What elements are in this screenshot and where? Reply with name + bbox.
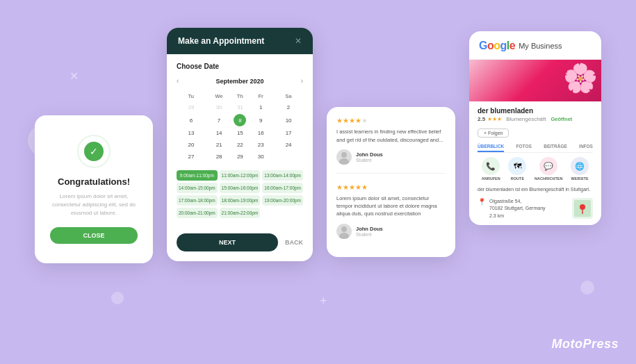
appointment-title: Make an Appointment	[178, 36, 264, 46]
cal-day[interactable]: 27	[178, 151, 204, 162]
time-slots-grid: 9:00am-11:00pm 11:00am-12:00pm 13:00am-1…	[177, 170, 303, 218]
time-slot[interactable]: 19:00am-20:00pm	[262, 195, 303, 206]
time-slot[interactable]: 9:00am-11:00pm	[177, 170, 218, 181]
review-author-1: John Dous Student	[336, 149, 446, 165]
nachrichten-label: NACHRICHTEN	[535, 176, 562, 181]
cal-day[interactable]: 23	[247, 140, 274, 150]
day-header-tu: Tu	[178, 92, 204, 101]
cal-day[interactable]: 17	[275, 128, 302, 138]
author-role-1: Student	[356, 158, 383, 163]
cal-day[interactable]: 7	[206, 114, 233, 126]
cal-day[interactable]	[275, 151, 302, 162]
gmb-description: der blumenladen ist ein Blumengeschäft i…	[478, 186, 593, 194]
cal-day[interactable]: 29	[178, 102, 204, 113]
open-status: Geöffnet	[551, 116, 573, 122]
gmb-actions: 📞 ANRUFEN 🗺 ROUTE 💬 NACHRICHTEN 🌐 WEBSIT…	[478, 157, 593, 181]
choose-date-label: Choose Date	[177, 63, 303, 70]
rating-number: 2.5	[478, 116, 485, 122]
action-anrufen[interactable]: 📞 ANRUFEN	[482, 157, 500, 181]
map-pin-icon: 📍	[478, 198, 486, 206]
tab-fotos[interactable]: FOTOS	[516, 142, 532, 152]
time-slot[interactable]: 17:00am-18:00pm	[177, 195, 218, 206]
back-button[interactable]: BACK	[285, 233, 303, 251]
appointment-card: Make an Appointment ✕ Choose Date ‹ Sept…	[167, 28, 313, 261]
congrats-close-button[interactable]: CLOSE	[50, 227, 138, 244]
svg-point-3	[339, 233, 349, 239]
route-icon: 🗺	[508, 157, 526, 175]
review-item-2: ★★★★★ Lorem ipsum dolor sit amet, consec…	[336, 183, 446, 247]
tab-beitrage[interactable]: BEITRÄGE	[544, 142, 567, 152]
action-nachrichten[interactable]: 💬 NACHRICHTEN	[535, 157, 562, 181]
appointment-header: Make an Appointment ✕	[167, 28, 313, 54]
category-label: Blumengeschäft	[506, 116, 546, 122]
review-stars-1: ★★★★★	[336, 117, 446, 124]
cal-day[interactable]: 9	[247, 114, 274, 126]
cal-day[interactable]: 22	[234, 140, 246, 150]
cal-day[interactable]: 6	[178, 114, 204, 126]
calendar-month: September 2020	[215, 78, 263, 85]
congrats-text: Lorem ipsum dolor sit amet, consectetur …	[50, 192, 138, 217]
day-header-th: Th	[234, 92, 246, 101]
cal-day-today[interactable]: 8	[234, 114, 246, 126]
review-author-2: John Dous Student	[336, 224, 446, 239]
message-icon: 💬	[539, 157, 557, 175]
close-icon[interactable]: ✕	[295, 36, 302, 46]
time-slot[interactable]: 15:00am-16:00pm	[220, 183, 261, 193]
avatar-1	[336, 149, 352, 165]
gmb-card: Google My Business 🌸 der blumenladen 2.5…	[469, 31, 601, 225]
tab-uberblick[interactable]: ÜBERBLICK	[478, 142, 504, 152]
svg-point-1	[339, 158, 349, 165]
cal-day[interactable]: 15	[234, 128, 246, 138]
calendar-header: ‹ September 2020 ›	[177, 77, 303, 85]
action-website[interactable]: 🌐 WEBSITE	[571, 157, 589, 181]
time-slot[interactable]: 11:00am-12:00pm	[220, 170, 261, 181]
next-button[interactable]: NEXT	[177, 233, 278, 251]
author-role-2: Student	[356, 232, 383, 237]
cal-day[interactable]: 10	[275, 114, 302, 126]
cal-day[interactable]: 30	[247, 151, 274, 162]
anrufen-label: ANRUFEN	[482, 176, 500, 181]
check-icon: ✓	[84, 142, 104, 161]
cal-day[interactable]: 24	[275, 140, 302, 150]
time-slot[interactable]: 14:00am-15:00pm	[177, 183, 218, 193]
motopress-brand: MotoPress	[551, 337, 619, 351]
next-month-button[interactable]: ›	[301, 77, 303, 85]
cal-day[interactable]: 31	[234, 102, 246, 113]
svg-point-0	[341, 152, 347, 158]
cal-day[interactable]: 21	[206, 140, 233, 150]
cal-day[interactable]: 28	[206, 151, 233, 162]
google-logo-text: Google	[479, 40, 515, 52]
cal-day[interactable]: 2	[275, 102, 302, 113]
follow-button[interactable]: + Folgen	[478, 129, 509, 138]
svg-point-6	[580, 204, 585, 210]
gmb-tabs: ÜBERBLICK FOTOS BEITRÄGE INFOS	[478, 142, 593, 153]
rating-row: 2.5 ★★★ Blumengeschäft Geöffnet	[478, 116, 593, 122]
congrats-icon-wrapper: ✓	[77, 135, 111, 168]
congrats-title: Congratulations!	[50, 176, 138, 187]
svg-point-2	[341, 226, 347, 232]
website-icon: 🌐	[571, 157, 589, 175]
map-thumbnail	[572, 198, 593, 219]
review-item-1: ★★★★★ I assist learners in finding new e…	[336, 117, 446, 174]
tab-infos[interactable]: INFOS	[579, 142, 593, 152]
cal-day[interactable]: 29	[234, 151, 246, 162]
prev-month-button[interactable]: ‹	[177, 77, 179, 85]
time-slot[interactable]: 16:00am-17:00pm	[262, 183, 303, 193]
gmb-my-business-label: My Business	[519, 42, 562, 50]
gmb-header: Google My Business	[469, 31, 601, 60]
cal-day[interactable]: 30	[206, 102, 233, 113]
appointment-body: Choose Date ‹ September 2020 › Tu We Th …	[167, 54, 313, 226]
cal-day[interactable]: 13	[178, 128, 204, 138]
cal-day[interactable]: 14	[206, 128, 233, 138]
shop-name: der blumenladen	[478, 107, 593, 115]
time-slot[interactable]: 21:00am-22:00pm	[220, 208, 261, 218]
cal-day[interactable]: 16	[247, 128, 274, 138]
time-slot[interactable]: 13:00am-14:00pm	[262, 170, 303, 181]
cal-day[interactable]: 20	[178, 140, 204, 150]
action-route[interactable]: 🗺 ROUTE	[508, 157, 526, 181]
gmb-address: 📍 Olgastraße 54, 70182 Stuttgart, German…	[478, 198, 593, 220]
address-city: 70182 Stuttgart, Germany	[489, 205, 546, 213]
time-slot[interactable]: 18:00am-19:00pm	[220, 195, 261, 206]
cal-day[interactable]: 1	[247, 102, 274, 113]
time-slot[interactable]: 20:00am-21:00pm	[177, 208, 218, 218]
